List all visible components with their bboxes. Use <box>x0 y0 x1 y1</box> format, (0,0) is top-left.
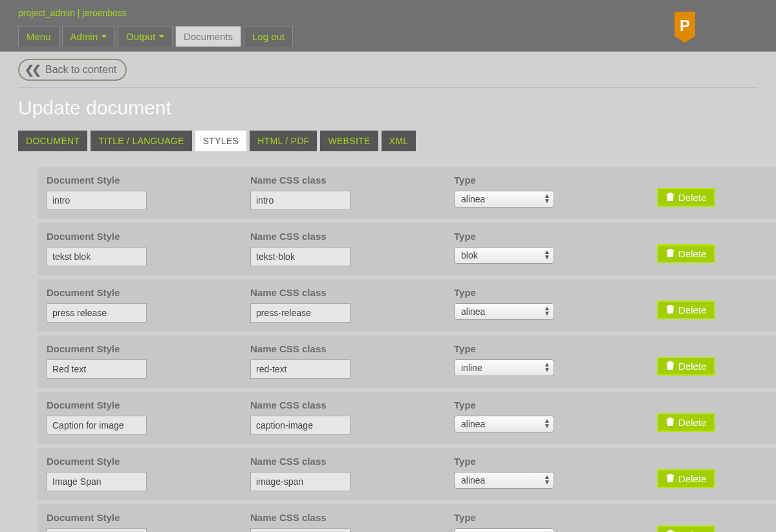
document-style-input[interactable] <box>47 191 147 210</box>
type-select[interactable]: alineablokinline <box>454 359 554 376</box>
chevron-left-double-icon: ❮❮ <box>25 63 39 77</box>
tab-document[interactable]: DOCUMENT <box>18 131 87 151</box>
delete-button-label: Delete <box>678 529 706 532</box>
page-title: Update document <box>18 97 758 119</box>
nav-item-menu[interactable]: Menu <box>18 26 59 47</box>
delete-button[interactable]: Delete <box>658 301 715 319</box>
css-class-input[interactable] <box>250 359 350 379</box>
delete-button-label: Delete <box>678 304 706 315</box>
tab-website[interactable]: WEBSITE <box>320 131 378 151</box>
document-style-input[interactable] <box>47 303 147 323</box>
style-row: Document StyleName CSS classTypealineabl… <box>38 279 776 332</box>
delete-button-label: Delete <box>678 248 706 259</box>
css-class-input[interactable] <box>250 416 350 435</box>
type-select[interactable]: alineablokinline <box>454 472 554 489</box>
document-style-label: Document Style <box>47 287 250 298</box>
type-label: Type <box>454 512 658 523</box>
css-class-label: Name CSS class <box>250 343 454 354</box>
svg-text:P: P <box>680 17 690 34</box>
nav-item-label: Documents <box>184 31 233 42</box>
style-row: Document StyleName CSS classTypealineabl… <box>38 392 776 444</box>
css-class-label: Name CSS class <box>250 175 454 186</box>
trash-icon <box>666 473 674 484</box>
style-row: Document StyleName CSS classTypealineabl… <box>38 504 776 532</box>
back-to-content-button[interactable]: ❮❮ Back to content <box>18 59 127 81</box>
document-style-label: Document Style <box>47 512 250 523</box>
css-class-label: Name CSS class <box>250 456 454 467</box>
css-class-input[interactable] <box>250 528 350 532</box>
trash-icon <box>666 304 674 315</box>
style-row: Document StyleName CSS classTypealineabl… <box>38 223 776 275</box>
delete-button-label: Delete <box>678 417 706 428</box>
delete-button[interactable]: Delete <box>658 526 715 532</box>
document-style-label: Document Style <box>47 399 250 410</box>
tab-title-language[interactable]: TITLE / LANGUAGE <box>91 131 191 151</box>
tab-html-pdf[interactable]: HTML / PDF <box>250 131 317 151</box>
trash-icon <box>666 361 674 372</box>
type-label: Type <box>454 343 658 354</box>
css-class-label: Name CSS class <box>250 512 454 523</box>
delete-button[interactable]: Delete <box>658 189 715 206</box>
trash-icon <box>666 417 674 428</box>
main-nav: MenuAdminOutputDocumentsLog out <box>18 26 758 47</box>
type-select[interactable]: alineablokinline <box>454 416 554 432</box>
delete-button[interactable]: Delete <box>658 414 715 431</box>
caret-down-icon <box>102 35 107 38</box>
type-select[interactable]: alineablokinline <box>454 247 554 264</box>
css-class-label: Name CSS class <box>250 231 454 242</box>
caret-down-icon <box>159 35 164 38</box>
delete-button-label: Delete <box>678 361 706 372</box>
document-style-label: Document Style <box>47 343 250 354</box>
back-button-label: Back to content <box>45 64 116 76</box>
nav-item-documents[interactable]: Documents <box>175 26 241 47</box>
type-label: Type <box>454 175 658 186</box>
type-label: Type <box>454 287 658 298</box>
top-header: project_admin | jeroenboss MenuAdminOutp… <box>0 0 776 52</box>
nav-item-admin[interactable]: Admin <box>62 26 116 47</box>
tab-styles[interactable]: STYLES <box>195 131 247 151</box>
delete-button-label: Delete <box>678 473 706 484</box>
styles-list: Document StyleName CSS classTypealineabl… <box>38 167 776 532</box>
style-row: Document StyleName CSS classTypealineabl… <box>38 167 776 219</box>
document-style-input[interactable] <box>47 528 147 532</box>
document-tabs: DOCUMENTTITLE / LANGUAGESTYLESHTML / PDF… <box>18 131 758 151</box>
css-class-input[interactable] <box>250 303 350 323</box>
css-class-input[interactable] <box>250 472 350 491</box>
nav-item-label: Menu <box>27 31 51 42</box>
divider <box>18 87 758 88</box>
trash-icon <box>666 248 674 259</box>
app-logo: P <box>674 12 695 43</box>
type-label: Type <box>454 456 658 467</box>
css-class-input[interactable] <box>250 247 350 266</box>
document-style-input[interactable] <box>47 359 147 379</box>
tab-xml[interactable]: XML <box>382 131 416 151</box>
trash-icon <box>666 529 674 532</box>
document-style-input[interactable] <box>47 247 147 266</box>
delete-button[interactable]: Delete <box>658 245 715 262</box>
user-context: project_admin | jeroenboss <box>18 8 758 18</box>
document-style-label: Document Style <box>47 231 250 242</box>
nav-item-output[interactable]: Output <box>118 26 173 47</box>
sub-header: ❮❮ Back to content <box>0 52 776 88</box>
style-row: Document StyleName CSS classTypealineabl… <box>38 335 776 388</box>
style-row: Document StyleName CSS classTypealineabl… <box>38 448 776 500</box>
css-class-label: Name CSS class <box>250 399 454 410</box>
nav-item-label: Log out <box>252 31 285 42</box>
css-class-input[interactable] <box>250 191 350 210</box>
nav-item-label: Admin <box>70 31 98 42</box>
delete-button[interactable]: Delete <box>658 470 715 487</box>
type-label: Type <box>454 231 658 242</box>
delete-button-label: Delete <box>678 192 706 203</box>
document-style-label: Document Style <box>47 175 250 186</box>
trash-icon <box>666 192 674 203</box>
type-select[interactable]: alineablokinline <box>454 303 554 320</box>
document-style-input[interactable] <box>47 416 147 435</box>
type-select[interactable]: alineablokinline <box>454 191 554 207</box>
nav-item-log-out[interactable]: Log out <box>244 26 293 47</box>
document-style-label: Document Style <box>47 456 250 467</box>
type-select[interactable]: alineablokinline <box>454 528 554 532</box>
nav-item-label: Output <box>126 31 155 42</box>
document-style-input[interactable] <box>47 472 147 491</box>
css-class-label: Name CSS class <box>250 287 454 298</box>
delete-button[interactable]: Delete <box>658 357 715 375</box>
